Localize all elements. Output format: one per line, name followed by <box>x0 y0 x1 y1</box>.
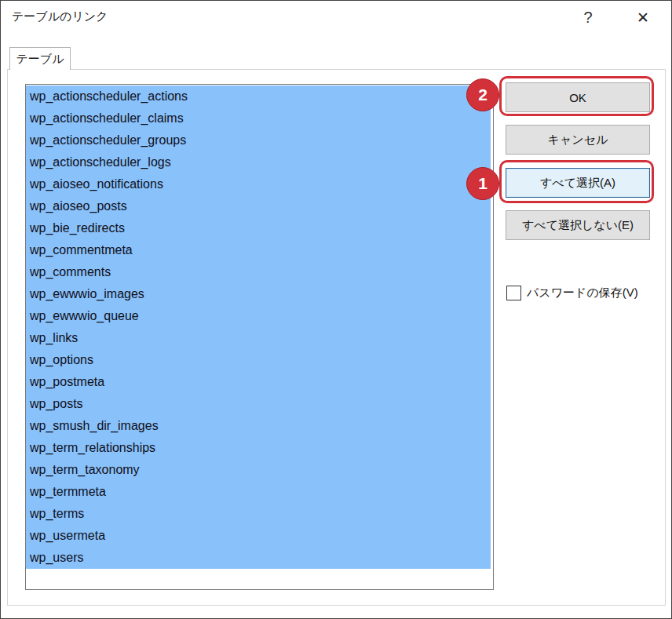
deselect-all-button[interactable]: すべて選択しない(E) <box>506 210 650 240</box>
list-item[interactable]: wp_comments <box>26 261 491 283</box>
list-item[interactable]: wp_smush_dir_images <box>26 415 491 437</box>
table-list[interactable]: wp_actionscheduler_actionswp_actionsched… <box>25 84 494 590</box>
close-icon: ✕ <box>637 9 649 27</box>
list-item[interactable]: wp_actionscheduler_actions <box>26 86 491 107</box>
list-item[interactable]: wp_ewwwio_queue <box>26 305 491 327</box>
list-item[interactable]: wp_termmeta <box>26 481 491 503</box>
list-item[interactable]: wp_usermeta <box>26 525 491 547</box>
list-item[interactable]: wp_actionscheduler_groups <box>26 129 491 151</box>
list-item[interactable]: wp_users <box>26 547 491 569</box>
list-item[interactable]: wp_term_relationships <box>26 437 491 459</box>
list-item[interactable]: wp_actionscheduler_claims <box>26 107 491 129</box>
list-item[interactable]: wp_options <box>26 349 491 371</box>
list-item[interactable]: wp_posts <box>26 393 491 415</box>
list-item[interactable]: wp_terms <box>26 503 491 525</box>
list-item[interactable]: wp_term_taxonomy <box>26 459 491 481</box>
checkbox-unchecked-icon[interactable] <box>506 286 521 300</box>
ok-button[interactable]: OK <box>506 82 650 112</box>
list-item[interactable]: wp_aioseo_notifications <box>26 173 491 195</box>
select-all-button[interactable]: すべて選択(A) <box>506 168 650 198</box>
close-button[interactable]: ✕ <box>627 4 659 31</box>
list-item[interactable]: wp_commentmeta <box>26 239 491 261</box>
help-icon: ? <box>583 9 592 27</box>
list-item[interactable]: wp_bie_redirects <box>26 217 491 239</box>
list-item[interactable]: wp_ewwwio_images <box>26 283 491 305</box>
tab-tables[interactable]: テーブル <box>9 47 71 70</box>
link-tables-dialog: テーブルのリンク ? ✕ テーブル wp_actionscheduler_act… <box>0 0 672 619</box>
list-item[interactable]: wp_actionscheduler_logs <box>26 151 491 173</box>
save-password-label: パスワードの保存(V) <box>527 286 638 300</box>
list-item[interactable]: wp_aioseo_posts <box>26 195 491 217</box>
tab-page: wp_actionscheduler_actionswp_actionsched… <box>7 69 666 606</box>
help-button[interactable]: ? <box>572 4 604 31</box>
tab-tables-label: テーブル <box>16 52 64 65</box>
window-title: テーブルのリンク <box>12 9 108 24</box>
list-item[interactable]: wp_postmeta <box>26 371 491 393</box>
list-item[interactable]: wp_links <box>26 327 491 349</box>
save-password-row[interactable]: パスワードの保存(V) <box>506 286 638 300</box>
cancel-button[interactable]: キャンセル <box>506 125 650 155</box>
